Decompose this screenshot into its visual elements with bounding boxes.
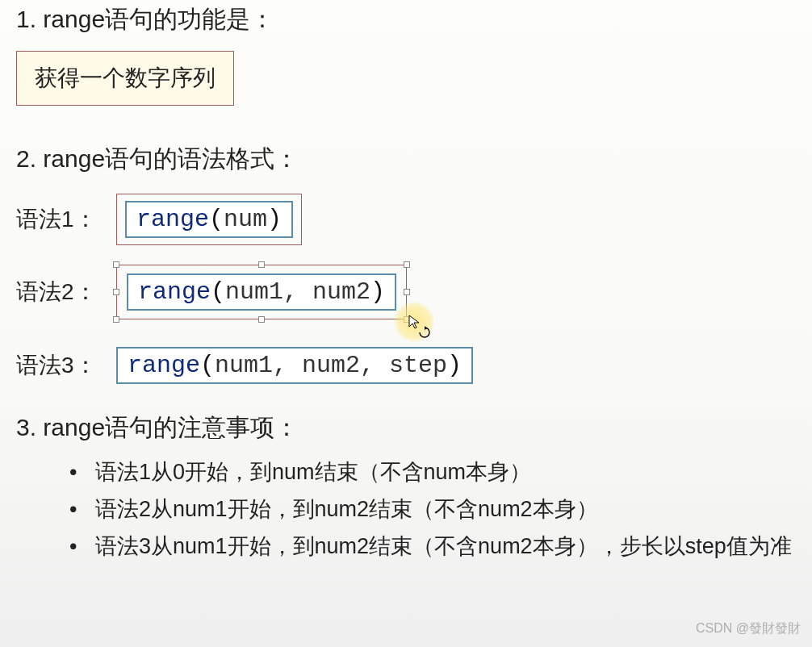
syntax1-row: 语法1： range(num) xyxy=(16,194,796,245)
syntax1-paren-close: ) xyxy=(267,206,282,233)
syntax3-row: 语法3： range(num1, num2, step) xyxy=(16,347,796,384)
q1-answer-box: 获得一个数字序列 xyxy=(16,51,234,106)
syntax2-keyword: range xyxy=(138,278,211,306)
q3-title: 3. range语句的注意事项： xyxy=(16,411,796,445)
notes-list: 语法1从0开始，到num结束（不含num本身） 语法2从num1开始，到num2… xyxy=(16,456,796,564)
syntax1-args: num xyxy=(224,206,267,233)
q1-title: 1. range语句的功能是： xyxy=(16,3,796,36)
resize-handle-left-middle[interactable] xyxy=(113,289,119,295)
syntax3-code-box: range(num1, num2, step) xyxy=(116,347,473,384)
q2-title: 2. range语句的语法格式： xyxy=(16,143,796,176)
syntax1-keyword: range xyxy=(136,206,209,233)
syntax3-args: num1, num2, step xyxy=(215,352,447,379)
note-item-3: 语法3从num1开始，到num2结束（不含num2本身），步长以step值为准 xyxy=(65,530,796,564)
syntax2-paren-open: ( xyxy=(211,278,225,306)
rotate-cursor-icon xyxy=(418,326,431,339)
resize-handle-right-middle[interactable] xyxy=(404,289,410,295)
watermark-text: CSDN @發財發財 xyxy=(696,620,801,637)
cursor-icon xyxy=(408,315,429,336)
resize-handle-bottom-left[interactable] xyxy=(113,316,119,323)
syntax2-paren-close: ) xyxy=(370,278,385,306)
resize-handle-top-middle[interactable] xyxy=(258,261,265,268)
syntax1-paren-open: ( xyxy=(209,206,224,233)
syntax2-args: num1, num2 xyxy=(225,278,370,306)
syntax3-paren-open: ( xyxy=(200,352,215,379)
syntax3-keyword: range xyxy=(128,352,200,379)
resize-handle-bottom-middle[interactable] xyxy=(258,316,265,323)
syntax3-label: 语法3： xyxy=(16,350,105,381)
syntax2-label: 语法2： xyxy=(16,277,105,307)
document-page: 1. range语句的功能是： 获得一个数字序列 2. range语句的语法格式… xyxy=(0,3,812,647)
resize-handle-top-right[interactable] xyxy=(404,261,410,268)
syntax2-outer-box: range(num1, num2) xyxy=(116,265,407,319)
note-item-2: 语法2从num1开始，到num2结束（不含num2本身） xyxy=(65,493,796,527)
syntax1-outer-box: range(num) xyxy=(116,194,302,245)
resize-handle-top-left[interactable] xyxy=(113,261,119,268)
syntax2-selected-object[interactable]: range(num1, num2) xyxy=(116,265,407,319)
syntax1-code-box: range(num) xyxy=(125,201,293,238)
syntax3-paren-close: ) xyxy=(447,352,462,379)
syntax1-label: 语法1： xyxy=(16,204,105,235)
syntax2-row: 语法2： range(num1, num2) xyxy=(16,265,796,319)
syntax2-code-box: range(num1, num2) xyxy=(127,273,396,311)
note-item-1: 语法1从0开始，到num结束（不含num本身） xyxy=(65,456,796,490)
